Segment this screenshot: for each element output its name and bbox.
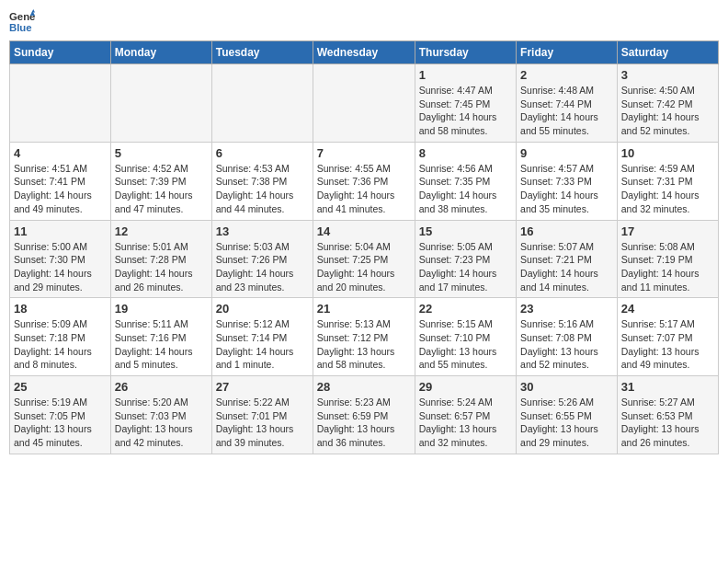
calendar-cell: 24Sunrise: 5:17 AMSunset: 7:07 PMDayligh… [617,298,718,376]
day-number: 31 [621,380,714,394]
page-header: General Blue [9,9,719,35]
day-info: Sunrise: 4:47 AMSunset: 7:45 PMDaylight:… [419,84,512,138]
calendar-cell: 14Sunrise: 5:04 AMSunset: 7:25 PMDayligh… [313,220,415,298]
day-number: 24 [621,302,714,316]
day-info: Sunrise: 5:03 AMSunset: 7:26 PMDaylight:… [216,240,309,294]
day-info: Sunrise: 5:08 AMSunset: 7:19 PMDaylight:… [621,240,714,294]
day-info: Sunrise: 5:07 AMSunset: 7:21 PMDaylight:… [520,240,613,294]
calendar-cell: 1Sunrise: 4:47 AMSunset: 7:45 PMDaylight… [415,64,516,143]
day-info: Sunrise: 5:11 AMSunset: 7:16 PMDaylight:… [115,317,208,372]
day-number: 6 [216,146,309,160]
day-info: Sunrise: 4:52 AMSunset: 7:39 PMDaylight:… [115,162,208,216]
calendar-cell [211,64,313,143]
day-info: Sunrise: 4:51 AMSunset: 7:41 PMDaylight:… [14,162,107,216]
weekday-header-wednesday: Wednesday [313,41,415,64]
day-number: 15 [419,224,512,238]
calendar-cell: 12Sunrise: 5:01 AMSunset: 7:28 PMDayligh… [110,220,211,298]
day-number: 23 [520,302,613,316]
day-info: Sunrise: 4:56 AMSunset: 7:35 PMDaylight:… [419,162,512,216]
day-number: 18 [14,302,107,316]
day-number: 30 [520,380,613,394]
weekday-header-saturday: Saturday [617,41,718,64]
day-number: 1 [419,68,512,82]
day-number: 20 [216,302,309,316]
calendar-cell: 7Sunrise: 4:55 AMSunset: 7:36 PMDaylight… [313,142,415,220]
calendar-cell: 30Sunrise: 5:26 AMSunset: 6:55 PMDayligh… [517,376,618,454]
day-number: 2 [520,68,613,82]
logo: General Blue [9,9,39,35]
day-info: Sunrise: 5:17 AMSunset: 7:07 PMDaylight:… [621,317,714,372]
day-number: 25 [14,380,107,394]
day-number: 10 [621,146,714,160]
calendar-cell: 26Sunrise: 5:20 AMSunset: 7:03 PMDayligh… [110,376,211,454]
calendar-cell: 21Sunrise: 5:13 AMSunset: 7:12 PMDayligh… [313,298,415,376]
day-info: Sunrise: 5:00 AMSunset: 7:30 PMDaylight:… [14,240,107,294]
day-number: 7 [317,146,411,160]
calendar-cell: 17Sunrise: 5:08 AMSunset: 7:19 PMDayligh… [617,220,718,298]
day-info: Sunrise: 5:19 AMSunset: 7:05 PMDaylight:… [14,396,107,450]
svg-text:General: General [9,11,35,22]
day-number: 19 [115,302,208,316]
day-info: Sunrise: 4:55 AMSunset: 7:36 PMDaylight:… [317,162,411,216]
day-info: Sunrise: 5:04 AMSunset: 7:25 PMDaylight:… [317,240,411,294]
day-info: Sunrise: 4:53 AMSunset: 7:38 PMDaylight:… [216,162,309,216]
calendar-cell: 4Sunrise: 4:51 AMSunset: 7:41 PMDaylight… [10,142,111,220]
calendar-cell: 8Sunrise: 4:56 AMSunset: 7:35 PMDaylight… [415,142,516,220]
day-number: 4 [14,146,107,160]
calendar-cell: 18Sunrise: 5:09 AMSunset: 7:18 PMDayligh… [10,298,111,376]
day-number: 12 [115,224,208,238]
calendar-cell: 29Sunrise: 5:24 AMSunset: 6:57 PMDayligh… [415,376,516,454]
calendar-cell: 20Sunrise: 5:12 AMSunset: 7:14 PMDayligh… [211,298,313,376]
day-info: Sunrise: 4:59 AMSunset: 7:31 PMDaylight:… [621,162,714,216]
day-info: Sunrise: 5:05 AMSunset: 7:23 PMDaylight:… [419,240,512,294]
svg-text:Blue: Blue [9,22,32,33]
calendar-cell [313,64,415,143]
calendar-cell: 6Sunrise: 4:53 AMSunset: 7:38 PMDaylight… [211,142,313,220]
calendar-cell: 5Sunrise: 4:52 AMSunset: 7:39 PMDaylight… [110,142,211,220]
calendar-cell: 13Sunrise: 5:03 AMSunset: 7:26 PMDayligh… [211,220,313,298]
day-number: 28 [317,380,411,394]
weekday-header-monday: Monday [110,41,211,64]
calendar-cell: 28Sunrise: 5:23 AMSunset: 6:59 PMDayligh… [313,376,415,454]
day-info: Sunrise: 5:13 AMSunset: 7:12 PMDaylight:… [317,317,411,372]
day-info: Sunrise: 4:48 AMSunset: 7:44 PMDaylight:… [520,84,613,138]
day-number: 21 [317,302,411,316]
day-number: 27 [216,380,309,394]
calendar-cell: 3Sunrise: 4:50 AMSunset: 7:42 PMDaylight… [617,64,718,143]
calendar-cell: 25Sunrise: 5:19 AMSunset: 7:05 PMDayligh… [10,376,111,454]
day-info: Sunrise: 5:15 AMSunset: 7:10 PMDaylight:… [419,317,512,372]
calendar-cell [10,64,111,143]
day-info: Sunrise: 5:26 AMSunset: 6:55 PMDaylight:… [520,396,613,450]
calendar-cell: 31Sunrise: 5:27 AMSunset: 6:53 PMDayligh… [617,376,718,454]
calendar-cell: 2Sunrise: 4:48 AMSunset: 7:44 PMDaylight… [517,64,618,143]
calendar-cell: 9Sunrise: 4:57 AMSunset: 7:33 PMDaylight… [517,142,618,220]
day-number: 8 [419,146,512,160]
day-number: 29 [419,380,512,394]
day-info: Sunrise: 5:09 AMSunset: 7:18 PMDaylight:… [14,317,107,372]
day-number: 17 [621,224,714,238]
calendar-cell: 16Sunrise: 5:07 AMSunset: 7:21 PMDayligh… [517,220,618,298]
weekday-header-tuesday: Tuesday [211,41,313,64]
calendar-cell: 10Sunrise: 4:59 AMSunset: 7:31 PMDayligh… [617,142,718,220]
day-info: Sunrise: 5:01 AMSunset: 7:28 PMDaylight:… [115,240,208,294]
day-info: Sunrise: 5:23 AMSunset: 6:59 PMDaylight:… [317,396,411,450]
day-number: 14 [317,224,411,238]
weekday-header-friday: Friday [517,41,618,64]
calendar-cell: 23Sunrise: 5:16 AMSunset: 7:08 PMDayligh… [517,298,618,376]
logo-icon: General Blue [9,9,35,35]
day-number: 3 [621,68,714,82]
day-info: Sunrise: 5:12 AMSunset: 7:14 PMDaylight:… [216,317,309,372]
day-number: 5 [115,146,208,160]
calendar-table: SundayMondayTuesdayWednesdayThursdayFrid… [9,40,719,454]
calendar-header: SundayMondayTuesdayWednesdayThursdayFrid… [10,41,719,64]
weekday-header-thursday: Thursday [415,41,516,64]
day-number: 26 [115,380,208,394]
calendar-cell: 19Sunrise: 5:11 AMSunset: 7:16 PMDayligh… [110,298,211,376]
day-number: 22 [419,302,512,316]
day-number: 16 [520,224,613,238]
day-number: 13 [216,224,309,238]
day-number: 9 [520,146,613,160]
calendar-cell [110,64,211,143]
calendar-cell: 27Sunrise: 5:22 AMSunset: 7:01 PMDayligh… [211,376,313,454]
day-info: Sunrise: 4:57 AMSunset: 7:33 PMDaylight:… [520,162,613,216]
